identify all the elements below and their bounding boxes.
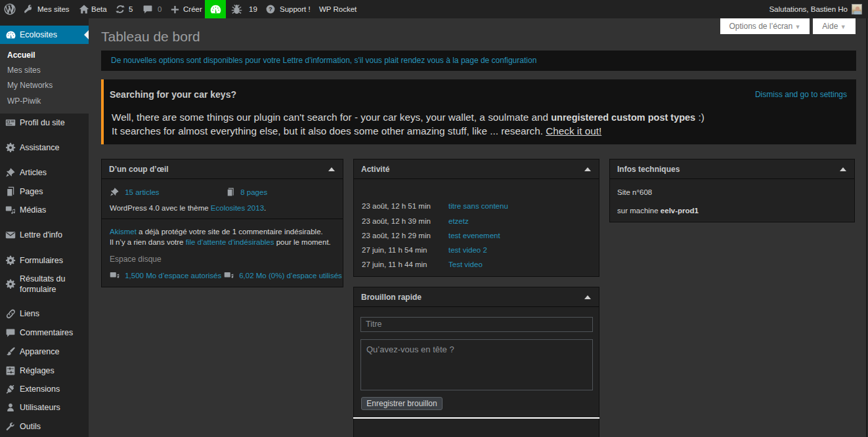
svg-text:?: ? xyxy=(269,6,272,12)
